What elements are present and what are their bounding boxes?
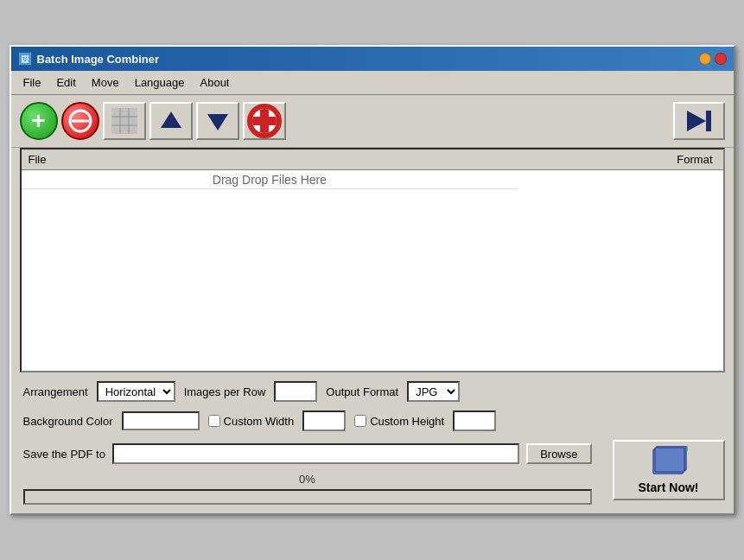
start-image-svg: ↑: [652, 446, 690, 479]
bottom-container: Save the PDF to C:\Output\ Browse 0% ↑: [11, 438, 734, 513]
down-arrow-icon: [206, 109, 230, 133]
start-button[interactable]: ↑ Start Now!: [613, 440, 725, 500]
app-icon: 🖼: [18, 52, 32, 66]
main-window: 🖼 Batch Image Combiner File Edit Move La…: [10, 45, 735, 515]
lifesaver-icon: [247, 104, 282, 138]
menu-language[interactable]: Language: [128, 73, 192, 92]
output-format-select[interactable]: JPG PNG BMP GIF TIFF: [407, 381, 460, 402]
next-button[interactable]: [673, 102, 725, 140]
custom-height-input[interactable]: 500: [453, 410, 496, 431]
images-per-row-input[interactable]: [274, 381, 317, 402]
menu-bar: File Edit Move Language About: [11, 71, 734, 95]
menu-about[interactable]: About: [194, 73, 237, 92]
table-row: Drag Drop Files Here: [22, 170, 723, 190]
grid-icon: [111, 108, 137, 134]
close-button[interactable]: [715, 53, 727, 65]
background-color-label: Background Color: [23, 415, 113, 428]
progress-label: 0%: [23, 473, 592, 486]
menu-edit[interactable]: Edit: [49, 73, 82, 92]
save-row: Save the PDF to C:\Output\ Browse: [23, 438, 604, 469]
up-arrow-icon: [159, 109, 183, 133]
title-bar-left: 🖼 Batch Image Combiner: [18, 52, 160, 66]
remove-button[interactable]: [61, 102, 99, 140]
custom-width-checkbox[interactable]: [208, 415, 220, 427]
move-up-button[interactable]: [149, 102, 193, 140]
toolbar: +: [11, 95, 734, 148]
progress-bar-container: [23, 489, 592, 505]
file-column-header: File: [22, 150, 518, 170]
save-path-input[interactable]: C:\Output\: [112, 443, 519, 464]
start-button-label: Start Now!: [639, 480, 699, 494]
left-controls: Save the PDF to C:\Output\ Browse 0%: [23, 438, 604, 513]
minimize-button[interactable]: [699, 53, 711, 65]
move-down-button[interactable]: [196, 102, 239, 140]
arrangement-label: Arrangement: [23, 385, 88, 398]
svg-text:↑: ↑: [684, 446, 690, 454]
menu-file[interactable]: File: [16, 73, 48, 92]
file-table-container[interactable]: File Format Drag Drop Files Here: [20, 148, 725, 372]
svg-marker-7: [161, 111, 181, 128]
svg-marker-9: [687, 111, 706, 131]
custom-height-checkbox[interactable]: [354, 415, 366, 427]
custom-width-label: Custom Width: [224, 415, 295, 428]
remove-icon: [68, 109, 92, 133]
images-per-row-label: Images per Row: [184, 385, 266, 398]
grid-button[interactable]: [103, 102, 146, 140]
format-column-header: Format: [518, 150, 722, 170]
custom-height-label: Custom Height: [370, 415, 444, 428]
options-row: Arrangement Horizontal Vertical Grid Ima…: [11, 372, 734, 407]
svg-marker-8: [207, 114, 228, 130]
background-color-row: Background Color Custom Width 500 Custom…: [11, 407, 734, 438]
svg-rect-2: [111, 108, 137, 134]
window-title: Batch Image Combiner: [37, 53, 160, 66]
color-swatch[interactable]: [122, 411, 200, 430]
output-format-label: Output Format: [326, 385, 398, 398]
help-button[interactable]: [243, 102, 286, 140]
title-bar-controls: [699, 53, 727, 65]
custom-width-input[interactable]: 500: [302, 410, 346, 431]
svg-rect-13: [655, 448, 684, 472]
progress-section: 0%: [23, 469, 604, 513]
drag-drop-area: Drag Drop Files Here: [22, 170, 518, 189]
save-label: Save the PDF to: [23, 448, 105, 461]
custom-width-checkbox-label: Custom Width: [208, 415, 295, 428]
title-bar: 🖼 Batch Image Combiner: [11, 47, 734, 71]
custom-height-checkbox-label: Custom Height: [354, 415, 444, 428]
svg-rect-10: [706, 111, 711, 131]
browse-button[interactable]: Browse: [526, 443, 591, 464]
add-button[interactable]: +: [20, 102, 58, 140]
file-table: File Format Drag Drop Files Here: [22, 150, 723, 189]
right-arrow-icon: [684, 107, 715, 135]
start-icon: ↑: [652, 446, 686, 477]
arrangement-select[interactable]: Horizontal Vertical Grid: [97, 381, 175, 402]
menu-move[interactable]: Move: [85, 73, 126, 92]
